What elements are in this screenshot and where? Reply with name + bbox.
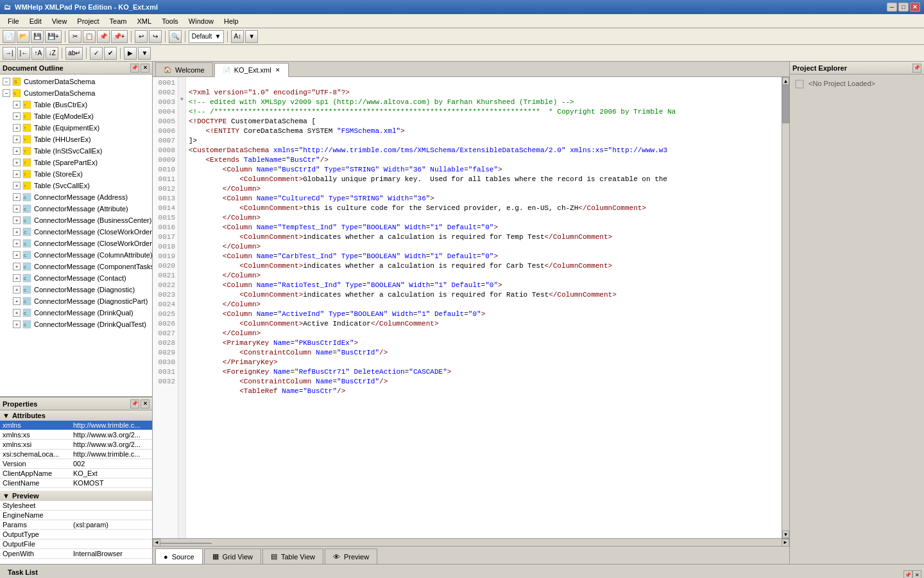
- props-row[interactable]: ClientNameKOMOST: [0, 478, 152, 488]
- panel-close-button[interactable]: ✕: [141, 64, 150, 73]
- tree-item[interactable]: +TTable (SvcCallEx): [1, 180, 151, 191]
- schema-dropdown[interactable]: Default ▼: [189, 30, 225, 43]
- tree-item[interactable]: +CConnectorMessage (Diagnostic): [1, 284, 151, 295]
- expand-icon[interactable]: +: [13, 240, 21, 247]
- menu-edit[interactable]: Edit: [24, 16, 47, 26]
- undo-button[interactable]: ↩: [135, 30, 148, 43]
- tree-item[interactable]: +TTable (BusCtrEx): [1, 99, 151, 110]
- tree-item[interactable]: +TTable (StoreEx): [1, 168, 151, 180]
- props-row[interactable]: xmlnshttp://www.trimble.c...: [0, 421, 152, 430]
- expand-icon[interactable]: +: [13, 193, 21, 201]
- expand-icon[interactable]: +: [13, 182, 21, 189]
- tree-item[interactable]: +CConnectorMessage (Contact): [1, 272, 151, 284]
- tree-item[interactable]: +CConnectorMessage (Attribute): [1, 203, 151, 215]
- menu-help[interactable]: Help: [219, 16, 244, 26]
- tree-item[interactable]: +TTable (EqModelEx): [1, 110, 151, 122]
- expand-icon[interactable]: +: [13, 274, 21, 282]
- tree-item[interactable]: +CConnectorMessage (BusinessCenter): [1, 215, 151, 226]
- expand-icon[interactable]: +: [13, 228, 21, 236]
- open-button[interactable]: 📂: [17, 30, 30, 43]
- props-close-button[interactable]: ✕: [141, 399, 150, 408]
- proj-pin-button[interactable]: 📌: [912, 64, 921, 73]
- save-all-button[interactable]: 💾+: [45, 30, 62, 43]
- expand-icon[interactable]: −: [3, 89, 10, 97]
- indent-button[interactable]: →|: [3, 47, 16, 60]
- props-row[interactable]: xmlns:xsihttp://www.w3.org/2...: [0, 440, 152, 450]
- tree-item[interactable]: +TTable (SparePartEx): [1, 157, 151, 168]
- tab-welcome[interactable]: 🏠 Welcome: [155, 62, 213, 76]
- task-close-button[interactable]: ✕: [912, 570, 921, 578]
- expand-icon[interactable]: +: [13, 205, 21, 213]
- tree-item[interactable]: +CConnectorMessage (CloseWorkOrder): [1, 226, 151, 238]
- expand-icon[interactable]: +: [13, 286, 21, 293]
- scroll-thumb[interactable]: [782, 85, 789, 123]
- preview-tab[interactable]: 👁 Preview: [325, 548, 377, 564]
- grid-view-tab[interactable]: ▦ Grid View: [204, 548, 261, 564]
- editor-hscrollbar[interactable]: ◄ ►: [153, 538, 789, 546]
- menu-project[interactable]: Project: [72, 16, 104, 26]
- outdent-button[interactable]: |←: [17, 47, 31, 60]
- menu-xml[interactable]: XML: [132, 16, 157, 26]
- tree-item[interactable]: +TTable (EquipmentEx): [1, 122, 151, 134]
- tree-item[interactable]: −SCustomerDataSchema: [1, 87, 151, 99]
- expand-icon[interactable]: +: [13, 216, 21, 224]
- menu-view[interactable]: View: [47, 16, 73, 26]
- task-pin-button[interactable]: 📌: [903, 570, 912, 578]
- save-button[interactable]: 💾: [31, 30, 44, 43]
- tree-item[interactable]: +CConnectorMessage (ComponentTasks): [1, 261, 151, 272]
- sort-desc-button[interactable]: ↓Z: [46, 47, 58, 60]
- scroll-left-button[interactable]: ◄: [153, 539, 160, 547]
- menu-file[interactable]: File: [3, 16, 24, 26]
- minimize-button[interactable]: ─: [887, 3, 897, 12]
- scroll-up-button[interactable]: ▲: [782, 77, 789, 85]
- check-button[interactable]: ✔: [104, 47, 117, 60]
- copy-button[interactable]: 📋: [83, 30, 96, 43]
- menu-tools[interactable]: Tools: [157, 16, 184, 26]
- format-button[interactable]: A↕: [231, 30, 244, 43]
- expand-icon[interactable]: +: [13, 147, 21, 155]
- tree-item[interactable]: +CConnectorMessage (DiagnosticPart): [1, 295, 151, 307]
- menu-window[interactable]: Window: [184, 16, 219, 26]
- props-pin-button[interactable]: 📌: [130, 399, 139, 408]
- props-row[interactable]: Version002: [0, 459, 152, 469]
- expand-icon[interactable]: +: [13, 263, 21, 270]
- tree-item[interactable]: +CConnectorMessage (DrinkQual): [1, 307, 151, 319]
- expand-icon[interactable]: −: [3, 78, 10, 85]
- run-dropdown[interactable]: ▼: [138, 47, 151, 60]
- cut-button[interactable]: ✂: [69, 30, 81, 43]
- redo-button[interactable]: ↪: [149, 30, 162, 43]
- table-view-tab[interactable]: ▤ Table View: [262, 548, 323, 564]
- expand-icon[interactable]: +: [13, 159, 21, 166]
- expand-icon[interactable]: +: [13, 101, 21, 109]
- source-tab[interactable]: ● Source: [155, 548, 203, 564]
- expand-icon[interactable]: +: [13, 136, 21, 143]
- expand-icon[interactable]: +: [13, 309, 21, 317]
- tree-item[interactable]: +TTable (InStSvcCallEx): [1, 145, 151, 157]
- fold-marker[interactable]: ▼: [178, 96, 185, 102]
- tab-koext[interactable]: 📄 KO_Ext.xml ✕: [214, 63, 289, 77]
- menu-team[interactable]: Team: [105, 16, 132, 26]
- tree-item[interactable]: +CConnectorMessage (ColumnAttribute): [1, 249, 151, 261]
- format-dropdown[interactable]: ▼: [245, 30, 258, 43]
- tree-item[interactable]: +CConnectorMessage (Address): [1, 191, 151, 203]
- expand-icon[interactable]: +: [13, 251, 21, 259]
- editor-content[interactable]: <?xml version="1.0" encoding="UTF-8"?> <…: [186, 77, 782, 538]
- find-button[interactable]: 🔍: [169, 30, 182, 43]
- props-row[interactable]: ClientAppNameKO_Ext: [0, 469, 152, 478]
- panel-pin-button[interactable]: 📌: [130, 64, 139, 73]
- editor-vscrollbar[interactable]: ▲ ▼: [782, 77, 789, 538]
- collapse-icon[interactable]: ▼: [3, 412, 10, 419]
- scroll-right-button[interactable]: ►: [782, 539, 789, 547]
- paste-special-button[interactable]: 📌+: [111, 30, 128, 43]
- paste-button[interactable]: 📌: [97, 30, 110, 43]
- validate-button[interactable]: ✓: [90, 47, 103, 60]
- tree-root[interactable]: − S CustomerDataSchema: [1, 76, 151, 87]
- koext-tab-close[interactable]: ✕: [275, 67, 280, 73]
- props-row[interactable]: xmlns:xshttp://www.w3.org/2...: [0, 430, 152, 440]
- expand-icon[interactable]: +: [13, 320, 21, 328]
- expand-icon[interactable]: +: [13, 170, 21, 178]
- maximize-button[interactable]: □: [898, 3, 909, 12]
- tree-container[interactable]: − S CustomerDataSchema −SCustomerDataSch…: [0, 74, 152, 396]
- props-row[interactable]: xsi:schemaLoca...http://www.trimble.c...: [0, 450, 152, 459]
- expand-icon[interactable]: +: [13, 124, 21, 132]
